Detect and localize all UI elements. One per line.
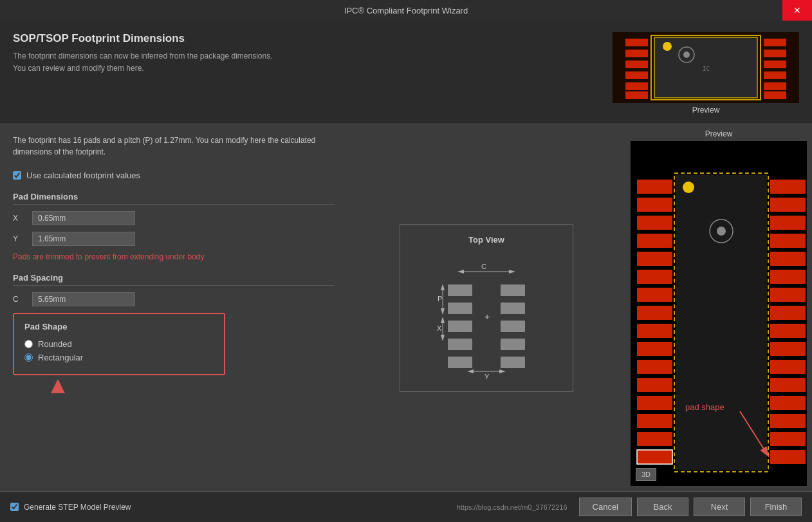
svg-text:P: P bbox=[438, 295, 442, 303]
svg-rect-5 bbox=[625, 71, 648, 79]
rounded-radio[interactable] bbox=[24, 340, 33, 348]
svg-rect-25 bbox=[448, 303, 472, 314]
svg-rect-2 bbox=[625, 39, 648, 46]
svg-marker-41 bbox=[441, 317, 445, 323]
rectangular-radio-row: Rectangular bbox=[24, 353, 214, 362]
svg-point-17 bbox=[683, 51, 690, 58]
svg-rect-32 bbox=[501, 339, 525, 350]
svg-rect-53 bbox=[637, 270, 672, 284]
svg-rect-13 bbox=[764, 91, 786, 99]
svg-rect-9 bbox=[764, 50, 786, 57]
header-desc2: You can review and modify them here. bbox=[13, 62, 273, 75]
svg-rect-55 bbox=[637, 306, 672, 320]
svg-rect-76 bbox=[770, 396, 806, 410]
svg-rect-58 bbox=[637, 360, 672, 374]
warning-text: Pads are trimmed to prevent from extendi… bbox=[13, 252, 335, 261]
footer-url: https://blog.csdn.net/m0_37672216 bbox=[457, 503, 567, 511]
svg-text:+: + bbox=[484, 312, 490, 322]
page-title: SOP/TSOP Footprint Dimensions bbox=[13, 32, 273, 45]
footer-left: Generate STEP Model Preview bbox=[10, 503, 131, 512]
svg-rect-59 bbox=[637, 378, 672, 392]
pad-x-label: X bbox=[13, 214, 32, 223]
pad-c-input[interactable] bbox=[32, 292, 135, 306]
svg-rect-51 bbox=[637, 234, 672, 248]
header-preview-area: IC Preview bbox=[613, 32, 799, 115]
pad-spacing-label: Pad Spacing bbox=[13, 273, 335, 286]
svg-rect-69 bbox=[770, 270, 806, 284]
svg-marker-22 bbox=[509, 270, 515, 274]
svg-rect-24 bbox=[448, 284, 472, 296]
pad-shape-section-label: Pad Shape bbox=[24, 322, 214, 334]
pad-shape-box: Pad Shape Rounded Rectangular bbox=[13, 313, 225, 375]
svg-rect-10 bbox=[764, 61, 786, 68]
svg-rect-11 bbox=[764, 71, 786, 79]
top-view-title: Top View bbox=[468, 235, 504, 245]
svg-rect-12 bbox=[764, 82, 786, 90]
svg-rect-78 bbox=[770, 432, 806, 446]
svg-rect-61 bbox=[637, 414, 672, 428]
svg-rect-70 bbox=[770, 288, 806, 302]
svg-text:pad shape: pad shape bbox=[685, 402, 724, 412]
main-content: The footprint has 16 pads and a pitch (P… bbox=[0, 124, 812, 491]
center-panel: Top View C bbox=[347, 124, 625, 491]
svg-rect-8 bbox=[764, 39, 786, 46]
finish-button[interactable]: Finish bbox=[750, 498, 802, 516]
top-view-diagram: C + bbox=[422, 252, 551, 381]
svg-rect-57 bbox=[637, 342, 672, 356]
info-text: The footprint has 16 pads and a pitch (P… bbox=[13, 135, 335, 158]
svg-rect-30 bbox=[501, 303, 525, 314]
left-panel: The footprint has 16 pads and a pitch (P… bbox=[0, 124, 347, 491]
svg-marker-19 bbox=[51, 379, 65, 393]
svg-rect-77 bbox=[770, 414, 806, 428]
dialog-title: IPC® Compliant Footprint Wizard bbox=[344, 6, 468, 15]
pad-y-label: Y bbox=[13, 234, 32, 243]
3d-button[interactable]: 3D bbox=[636, 468, 656, 481]
top-view-box: Top View C bbox=[400, 224, 573, 392]
svg-rect-75 bbox=[770, 378, 806, 392]
pad-dimensions-label: Pad Dimensions bbox=[13, 192, 335, 205]
pad-x-row: X bbox=[13, 211, 335, 225]
svg-rect-81 bbox=[676, 174, 767, 471]
rectangular-radio[interactable] bbox=[24, 353, 33, 362]
cancel-button[interactable]: Cancel bbox=[579, 498, 632, 516]
svg-marker-45 bbox=[499, 369, 506, 373]
svg-rect-52 bbox=[637, 252, 672, 266]
step-model-label: Generate STEP Model Preview bbox=[24, 503, 131, 512]
svg-rect-74 bbox=[770, 360, 806, 374]
svg-rect-31 bbox=[501, 321, 525, 332]
header-text: SOP/TSOP Footprint Dimensions The footpr… bbox=[13, 32, 273, 75]
svg-rect-26 bbox=[448, 321, 472, 332]
svg-rect-72 bbox=[770, 324, 806, 338]
back-button[interactable]: Back bbox=[637, 498, 688, 516]
pad-y-input[interactable] bbox=[32, 232, 135, 246]
svg-rect-29 bbox=[501, 284, 525, 296]
preview-header-label: Preview bbox=[692, 106, 720, 115]
svg-rect-6 bbox=[625, 82, 648, 90]
svg-rect-33 bbox=[501, 357, 525, 368]
svg-rect-60 bbox=[637, 396, 672, 410]
svg-text:C: C bbox=[481, 263, 486, 270]
svg-rect-7 bbox=[625, 91, 648, 99]
svg-text:X: X bbox=[437, 324, 442, 332]
svg-rect-67 bbox=[770, 234, 806, 248]
right-panel: Preview bbox=[625, 124, 812, 491]
step-model-checkbox[interactable] bbox=[10, 503, 19, 511]
preview-label: Preview bbox=[631, 129, 807, 138]
header-area: SOP/TSOP Footprint Dimensions The footpr… bbox=[0, 21, 812, 124]
calculated-values-checkbox[interactable] bbox=[13, 171, 21, 180]
svg-rect-85 bbox=[637, 450, 672, 464]
svg-rect-48 bbox=[637, 180, 672, 194]
pad-c-label: C bbox=[13, 295, 32, 304]
next-button[interactable]: Next bbox=[694, 498, 745, 516]
svg-marker-36 bbox=[441, 284, 445, 290]
svg-rect-68 bbox=[770, 252, 806, 266]
close-button[interactable]: ✕ bbox=[782, 0, 812, 21]
calculated-values-row: Use calculated footprint values bbox=[13, 171, 335, 180]
up-arrow-icon bbox=[48, 378, 68, 397]
header-pcb-image: IC bbox=[613, 32, 799, 103]
header-pcb-svg: IC bbox=[613, 32, 799, 103]
header-desc1: The footprint dimensions can now be infe… bbox=[13, 50, 273, 62]
svg-rect-64 bbox=[770, 180, 806, 194]
pad-x-input[interactable] bbox=[32, 211, 135, 225]
footer-right: https://blog.csdn.net/m0_37672216 Cancel… bbox=[457, 498, 802, 516]
